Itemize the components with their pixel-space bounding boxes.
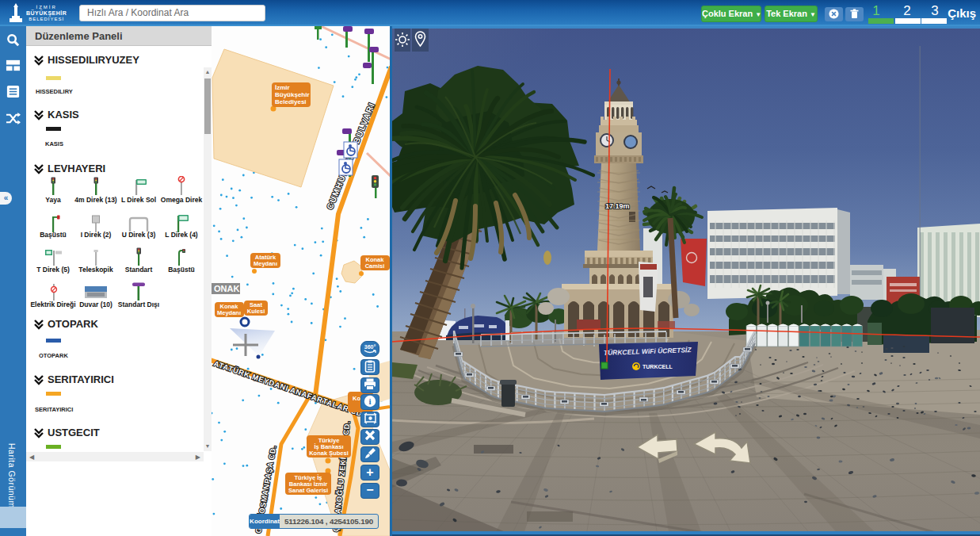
svg-text:TURKCELL: TURKCELL (643, 364, 673, 369)
svg-text:Belediyesi: Belediyesi (275, 98, 307, 105)
svg-text:Ko: Ko (353, 395, 360, 402)
svg-text:360°: 360° (364, 344, 376, 350)
svg-text:ONAK: ONAK (214, 284, 239, 293)
svg-text:Konak Şubesi: Konak Şubesi (309, 450, 349, 457)
svg-text:Camisi: Camisi (365, 262, 385, 270)
svg-text:Sanat Galerisi: Sanat Galerisi (288, 487, 328, 494)
svg-text:İzmir: İzmir (275, 84, 290, 91)
svg-text:Meydanı: Meydanı (217, 309, 241, 316)
svg-text:Meydanı: Meydanı (254, 260, 277, 267)
svg-text:Büyükşehir: Büyükşehir (275, 91, 310, 98)
svg-text:Kulesi: Kulesi (247, 308, 265, 315)
svg-text:i: i (368, 396, 371, 406)
svg-text:17.19m: 17.19m (605, 202, 630, 210)
